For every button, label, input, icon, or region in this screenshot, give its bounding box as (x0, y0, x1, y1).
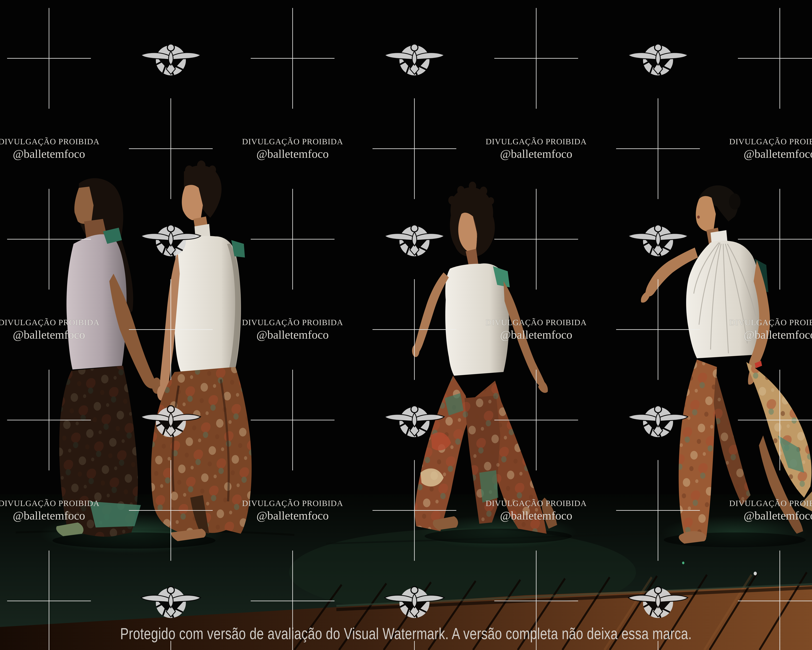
floor-speck (754, 572, 757, 575)
watermarked-stage-photo: DIVULGAÇÃO PROIBIDA @balletemfoco DIVULG… (0, 0, 812, 650)
watermark-trial-notice: Protegido com versão de avaliação do Vis… (120, 625, 692, 643)
photo-scene (0, 0, 812, 650)
